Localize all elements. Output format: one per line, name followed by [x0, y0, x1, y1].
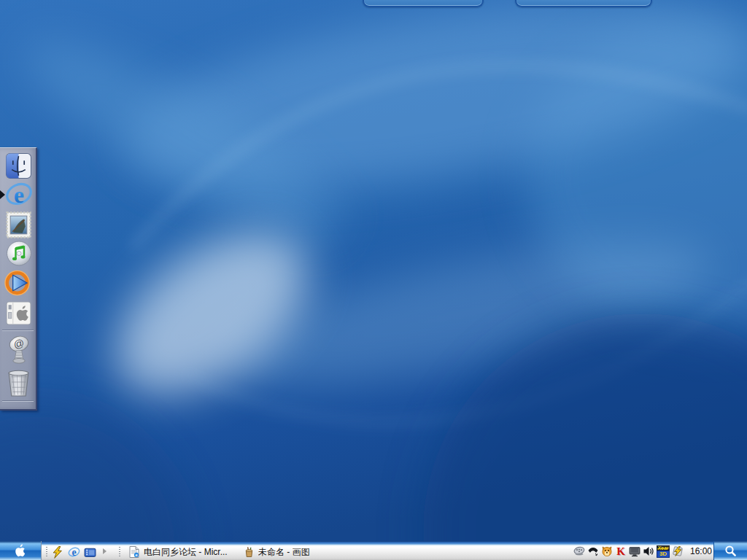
mail-stamp-icon — [6, 211, 31, 238]
dock-panel: e — [0, 147, 37, 411]
itunes-icon — [5, 240, 33, 267]
quick-launch-separator — [46, 547, 47, 557]
taskbar-window-label: 未命名 - 画图 — [258, 546, 310, 559]
quick-launch-separator — [119, 547, 120, 557]
dock-item-finder[interactable] — [4, 152, 33, 180]
lightning-icon[interactable] — [672, 545, 684, 557]
input-method-icon[interactable] — [573, 545, 585, 557]
quick-launch-winamp[interactable] — [50, 545, 63, 559]
window-fragment-left[interactable] — [363, 0, 484, 7]
svg-text:e: e — [135, 553, 137, 557]
tray-clock[interactable]: 16:00 — [690, 546, 712, 556]
wallpaper — [0, 0, 747, 560]
internet-explorer-icon: e — [5, 181, 33, 209]
quick-launch-internet-explorer[interactable]: e — [67, 545, 80, 559]
dock-item-trash[interactable] — [4, 367, 33, 399]
desktop: e — [0, 0, 747, 560]
movie-maker-icon — [84, 546, 96, 559]
window-fragment-right[interactable] — [515, 0, 652, 7]
windows-media-player-icon — [4, 269, 33, 297]
taskbar: e e 电白同乡论坛 - Micr... — [0, 541, 747, 560]
antivirus-k-icon[interactable]: K — [615, 545, 627, 557]
ie-document-icon: e — [128, 546, 140, 558]
search-button[interactable] — [713, 541, 747, 560]
magnifier-icon — [724, 545, 737, 557]
dock-item-itunes[interactable] — [4, 239, 33, 268]
chevron-right-icon[interactable] — [103, 548, 107, 554]
quick-launch-movie-maker[interactable] — [83, 545, 96, 559]
paint-cup-icon — [244, 546, 255, 558]
dock-item-windows-media-player[interactable] — [4, 268, 33, 297]
dock-item-apple-card[interactable] — [4, 299, 33, 327]
svg-text:e: e — [13, 182, 23, 207]
email-at-stamp-icon: @ — [7, 335, 31, 365]
apple-card-icon — [6, 301, 31, 325]
dock-separator — [2, 330, 34, 331]
svg-text:e: e — [71, 547, 76, 558]
phone-icon[interactable] — [587, 545, 599, 557]
apple-logo-icon — [13, 542, 28, 559]
trash-icon — [7, 368, 31, 398]
volume-icon[interactable] — [643, 545, 654, 557]
start-button[interactable] — [0, 541, 42, 560]
taskbar-window-forum[interactable]: e 电白同乡论坛 - Micr... — [125, 545, 237, 559]
taskbar-window-label: 电白同乡论坛 - Micr... — [144, 546, 228, 559]
dock-item-internet-explorer[interactable]: e — [4, 180, 33, 209]
finder-icon — [6, 153, 31, 179]
system-tray: K Xear 3D — [573, 545, 712, 558]
winamp-lightning-icon — [51, 546, 63, 559]
dock-separator — [2, 400, 34, 402]
pet-dog-icon[interactable] — [601, 545, 613, 557]
running-indicator-arrow-icon — [0, 190, 5, 199]
taskbar-window-paint[interactable]: 未命名 - 画图 — [241, 545, 332, 559]
dock-item-mail-stamp[interactable] — [4, 211, 33, 239]
xear-3d-icon[interactable]: Xear 3D — [657, 545, 670, 557]
dock-item-email-stamp[interactable]: @ — [4, 335, 33, 365]
monitor-icon[interactable] — [629, 545, 640, 557]
internet-explorer-icon: e — [68, 546, 80, 559]
